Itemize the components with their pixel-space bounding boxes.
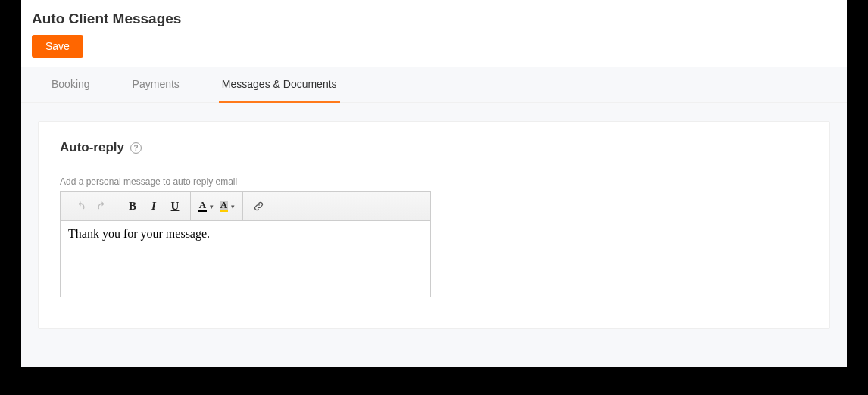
undo-icon xyxy=(75,201,86,212)
help-icon[interactable]: ? xyxy=(130,142,142,154)
page-container: Auto Client Messages Save Booking Paymen… xyxy=(21,0,847,367)
redo-button[interactable] xyxy=(91,197,112,216)
toolbar-group-link xyxy=(243,192,273,220)
section-title: Auto-reply xyxy=(60,140,124,155)
rich-text-editor: B I U A ▾ A ▾ xyxy=(60,191,431,297)
toolbar-group-history xyxy=(65,192,117,220)
link-icon xyxy=(253,201,264,212)
undo-button[interactable] xyxy=(70,197,91,216)
page-title: Auto Client Messages xyxy=(32,11,836,27)
chevron-down-icon: ▾ xyxy=(231,203,235,210)
toolbar-group-format: B I U xyxy=(117,192,191,220)
page-header: Auto Client Messages Save xyxy=(21,0,847,67)
text-color-icon: A xyxy=(198,201,207,212)
underline-icon: U xyxy=(171,200,180,213)
tabs-bar: Booking Payments Messages & Documents xyxy=(21,67,847,103)
content-area: Auto-reply ? Add a personal message to a… xyxy=(21,103,847,367)
bold-icon: B xyxy=(129,200,136,213)
toolbar-group-color: A ▾ A ▾ xyxy=(191,192,243,220)
tab-booking[interactable]: Booking xyxy=(48,67,93,103)
editor-toolbar: B I U A ▾ A ▾ xyxy=(61,192,430,221)
chevron-down-icon: ▾ xyxy=(210,203,214,210)
bg-color-button[interactable]: A ▾ xyxy=(217,197,238,216)
save-button[interactable]: Save xyxy=(32,35,83,58)
section-title-row: Auto-reply ? xyxy=(60,140,142,155)
italic-button[interactable]: I xyxy=(143,197,164,216)
tab-messages-documents[interactable]: Messages & Documents xyxy=(219,67,340,103)
tab-payments[interactable]: Payments xyxy=(130,67,183,103)
bold-button[interactable]: B xyxy=(122,197,143,216)
editor-textarea[interactable]: Thank you for your message. xyxy=(61,221,430,297)
auto-reply-panel: Auto-reply ? Add a personal message to a… xyxy=(38,121,830,329)
bg-color-icon: A xyxy=(220,201,228,212)
text-color-button[interactable]: A ▾ xyxy=(195,197,217,216)
link-button[interactable] xyxy=(248,197,269,216)
field-label: Add a personal message to auto reply ema… xyxy=(60,176,808,187)
redo-icon xyxy=(96,201,108,212)
underline-button[interactable]: U xyxy=(164,197,186,216)
italic-icon: I xyxy=(151,200,156,213)
